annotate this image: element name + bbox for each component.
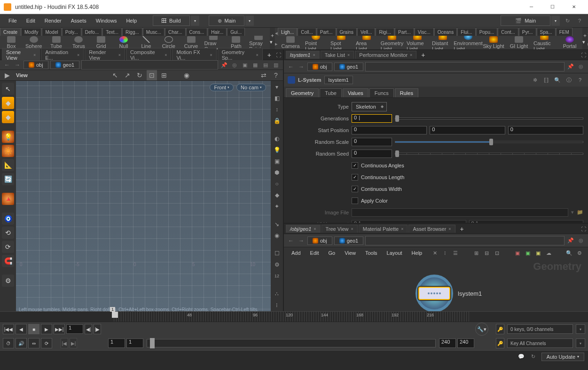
light-tool1[interactable]: 💡 xyxy=(2,131,14,143)
play-button[interactable]: ▶ xyxy=(41,324,52,334)
net-menu-edit[interactable]: Edit xyxy=(307,250,322,256)
randscale-slider[interactable] xyxy=(395,141,583,143)
search-icon[interactable]: 🔍 xyxy=(565,249,573,257)
network-view[interactable]: Geometry lsystem1 xyxy=(284,259,588,311)
shelf-tab-oceans[interactable]: Oceans xyxy=(434,28,457,36)
shelf-tab-particle2[interactable]: Part... xyxy=(395,28,414,36)
audio-button[interactable]: 🔊 xyxy=(16,338,27,348)
close-icon[interactable]: × xyxy=(165,53,167,57)
tab-scene-view[interactable]: Scene View× xyxy=(2,48,40,62)
tab-geometry-sp[interactable]: Geometry Sp...× xyxy=(218,48,263,62)
close-icon[interactable]: × xyxy=(314,227,316,231)
close-icon[interactable]: × xyxy=(347,53,350,57)
shelf-tab-collisions[interactable]: Coll... xyxy=(298,28,316,36)
tool-null[interactable]: Null xyxy=(114,36,133,49)
parm-tab-geometry[interactable]: Geometry xyxy=(286,88,319,97)
net-menu-add[interactable]: Add xyxy=(289,250,304,256)
gear-icon[interactable]: ⚙ xyxy=(576,249,583,257)
tools1-icon[interactable]: ▦ xyxy=(251,61,259,69)
menu-edit[interactable]: Edit xyxy=(22,18,40,24)
net-menu-go[interactable]: Go xyxy=(326,250,338,256)
tab-add[interactable]: + xyxy=(417,51,429,59)
display-icon[interactable]: ◉ xyxy=(181,70,192,80)
tool-skylight[interactable]: Sky Light xyxy=(483,36,504,49)
tab-perf-monitor[interactable]: Performance Monitor× xyxy=(355,51,416,59)
startpos-x-field[interactable]: 0 xyxy=(352,126,427,134)
range-end-field[interactable]: 240 xyxy=(439,339,456,348)
translate-icon[interactable]: ↗ xyxy=(122,70,133,80)
menu-windows[interactable]: Windows xyxy=(91,18,122,24)
tool-path[interactable]: Path xyxy=(227,36,245,49)
shelf-left-plus[interactable]: ＋▾ xyxy=(270,28,275,49)
light-tool2[interactable]: 🔆 xyxy=(2,145,14,157)
desktop-chevron[interactable]: ▾ xyxy=(191,16,199,26)
type-dropdown[interactable]: Skeleton xyxy=(352,102,387,111)
tool-envlight[interactable]: Environment Light xyxy=(457,36,479,49)
color2-icon[interactable]: ▣ xyxy=(524,249,532,257)
step-back-button[interactable]: ◀| xyxy=(85,324,92,334)
close-icon[interactable]: × xyxy=(210,53,212,57)
snap-icon[interactable]: ⊡ xyxy=(147,70,157,80)
info-icon[interactable]: ⓘ xyxy=(564,76,573,84)
select-tool[interactable]: ↖ xyxy=(2,83,14,95)
forward-button[interactable]: → xyxy=(13,61,22,69)
close-icon[interactable]: × xyxy=(401,227,403,231)
shelf-tab-deform[interactable]: Defo... xyxy=(82,28,102,36)
menu-assets[interactable]: Assets xyxy=(66,18,91,24)
close-icon[interactable]: × xyxy=(77,53,79,57)
key-prev-button[interactable]: |◀ xyxy=(61,338,68,348)
step-fwd-button[interactable]: |▶ xyxy=(94,324,101,334)
hdr-icon[interactable]: ⬢ xyxy=(273,168,281,177)
help-icon[interactable]: ? xyxy=(271,70,281,80)
first-frame-button[interactable]: |◀◀ xyxy=(3,324,14,334)
tab-motionfx-view[interactable]: Motion FX Vi...× xyxy=(172,48,216,62)
shelf-tab-modify[interactable]: Modify xyxy=(21,28,41,36)
tools3-icon[interactable]: ▥ xyxy=(272,61,280,69)
rt2-icon[interactable]: ↕ xyxy=(273,105,281,114)
auto-update-button[interactable]: Auto Update ▾ xyxy=(541,353,584,361)
shelf-tab-fluids[interactable]: Flui... xyxy=(457,28,475,36)
help-icon[interactable]: ? xyxy=(576,76,584,84)
d-gear-icon[interactable]: ⚙ xyxy=(273,260,281,269)
search-icon[interactable]: 🔍 xyxy=(553,76,562,84)
xray-icon[interactable]: ◉ xyxy=(273,231,281,240)
timeline[interactable]: 1 48 96 120 144 168 192 216 xyxy=(0,311,588,322)
tab-tree-view[interactable]: Tree View× xyxy=(321,225,358,233)
shelf-tab-guide[interactable]: Gui... xyxy=(227,28,245,36)
uvincr-y-field[interactable]: 0.1 xyxy=(469,220,584,223)
randseed-field[interactable]: 0 xyxy=(352,150,392,158)
color1-icon[interactable]: ▣ xyxy=(514,249,521,257)
image-file-field[interactable] xyxy=(352,208,568,217)
path-field[interactable] xyxy=(365,62,564,71)
shelf-tab-fem[interactable]: FEM xyxy=(556,28,572,36)
main-menu-selector[interactable]: 🎬 Main xyxy=(501,16,550,26)
select-visible-tool[interactable]: ◆ xyxy=(2,97,14,109)
path-geo1[interactable]: geo1 xyxy=(334,236,363,245)
bracket-icon[interactable]: ⟦⟧ xyxy=(542,76,550,84)
parm-tab-values[interactable]: Values xyxy=(343,88,368,97)
magnet-tool[interactable]: 🧲 xyxy=(2,255,14,267)
scope-icon[interactable]: 🔧▾ xyxy=(475,323,488,336)
shelf-tab-grains[interactable]: Grains xyxy=(337,28,357,36)
pane-max-icon[interactable]: ⛶ xyxy=(581,52,586,58)
gear-icon[interactable]: ✲ xyxy=(531,76,539,84)
playhead[interactable] xyxy=(112,312,118,318)
range2-button[interactable]: ⟳ xyxy=(41,338,52,348)
shelf-tab-viscous[interactable]: Visc... xyxy=(415,28,434,36)
tool-camera[interactable]: Camera xyxy=(280,36,301,49)
shelf-tab-character[interactable]: Char... xyxy=(165,28,185,36)
path-obj[interactable]: obj xyxy=(307,236,332,245)
cont-length-check[interactable]: ✓ xyxy=(352,174,358,181)
path-geo1[interactable]: geo1 xyxy=(50,61,79,69)
path-field[interactable] xyxy=(365,236,564,245)
net-menu-view[interactable]: View xyxy=(342,250,359,256)
shelf-tab-rigid[interactable]: Rigi... xyxy=(376,28,394,36)
maximize-button[interactable]: ☐ xyxy=(542,0,563,14)
tab-lsystem1[interactable]: lsystem1× xyxy=(286,51,320,59)
tab-asset-browser[interactable]: Asset Browser× xyxy=(408,225,455,233)
tool2-icon[interactable]: ☰ xyxy=(452,249,459,257)
range-button[interactable]: ⇔ xyxy=(28,338,39,348)
light-icon[interactable]: 💡 xyxy=(273,146,281,154)
viewport-nocam[interactable]: No cam▾ xyxy=(236,84,266,91)
grid2-icon[interactable]: ⊟ xyxy=(483,249,490,257)
